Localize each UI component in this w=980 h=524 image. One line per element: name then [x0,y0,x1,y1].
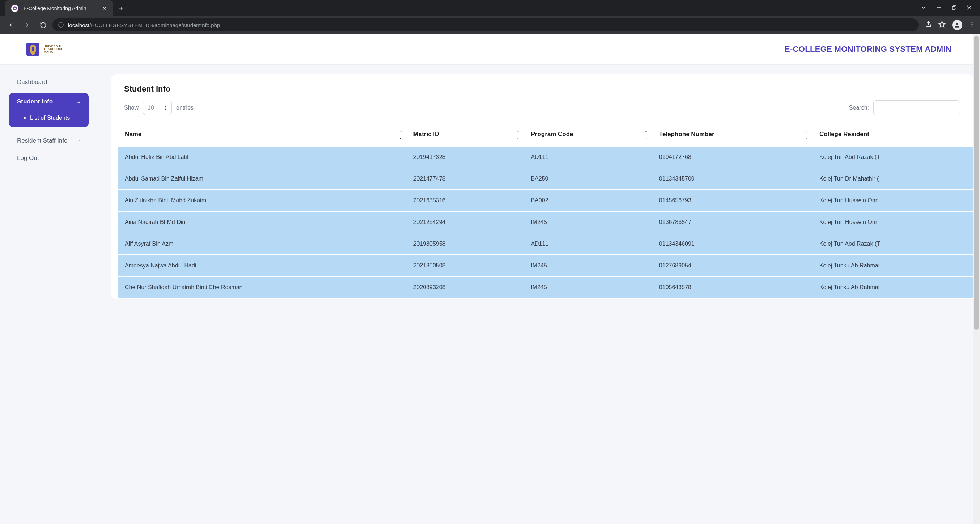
card-student-info: Student Info Show 10 ▲▼ entries [111,74,973,299]
forward-button[interactable] [21,18,33,32]
table-search: Search: [849,100,960,115]
sidebar-item-label: Dashboard [17,78,47,86]
cell-tel: 0145656793 [652,190,813,211]
cell-program: IM245 [524,277,652,298]
minimize-icon[interactable] [937,5,942,11]
site-info-icon[interactable]: ⓘ [58,22,64,29]
tab-favicon [11,5,18,12]
app-title: E-COLLEGE MONITORING SYSTEM ADMIN [785,45,951,54]
students-table: Name ⌃⌄ Matric ID ⌃⌄ Program [118,125,973,299]
table-row[interactable]: Ain Zulaikha Binti Mohd Zukaimi202163531… [118,190,973,211]
tab-title: E-College Monitoring Admin [24,5,97,11]
cell-name: Aina Nadirah Bt Md Din [118,211,407,233]
logo-text: UNIVERSITI TEKNOLOGI MARA [44,45,62,54]
share-icon[interactable] [925,21,932,29]
page-length-select[interactable]: 10 ▲▼ [143,100,172,115]
profile-avatar[interactable] [952,20,962,30]
bookmark-star-icon[interactable] [939,21,946,29]
cell-college: Kolej Tun Hussein Onn [813,190,973,211]
table-row[interactable]: Ameesya Najwa Abdul Hadi2021860508IM2450… [118,255,973,277]
back-button[interactable] [5,18,18,32]
cell-name: Abdul Samad Bin Zaiful Hizam [118,168,407,190]
col-header-name[interactable]: Name ⌃⌄ [118,125,407,147]
cell-matric: 2021264294 [407,211,525,233]
cell-tel: 01134346091 [652,233,813,255]
table-wrapper: Name ⌃⌄ Matric ID ⌃⌄ Program [111,125,973,299]
cell-college: Kolej Tun Dr Mahathir ( [813,168,973,190]
titlebar: E-College Monitoring Admin ✕ + [0,0,980,16]
close-window-icon[interactable] [967,5,972,11]
cell-name: Alif Asyraf Bin Azmi [118,233,407,255]
address-bar[interactable]: ⓘ localhost/ECOLLEGESYSTEM_DB/adminpage/… [52,18,918,32]
new-tab-button[interactable]: + [119,4,123,13]
cell-program: IM245 [524,255,652,277]
chevron-down-icon: ⌄ [77,99,81,105]
page-title: Student Info [111,84,973,100]
cell-name: Ameesya Najwa Abdul Hadi [118,255,407,277]
cell-college: Kolej Tun Hussein Onn [813,211,973,233]
kebab-menu-icon[interactable] [969,21,975,29]
sidebar-subitem-list-of-students[interactable]: List of Students [9,110,89,127]
sort-icon: ⌃⌄ [805,131,808,139]
main-content: Student Info Show 10 ▲▼ entries [102,65,973,524]
page-length-value: 10 [148,105,154,111]
chevron-right-icon: › [79,138,81,144]
sort-icon: ⌃⌄ [645,131,648,139]
table-row[interactable]: Abdul Samad Bin Zaiful Hizam2021477478BA… [118,168,973,190]
col-header-program[interactable]: Program Code ⌃⌄ [524,125,652,147]
browser-tab[interactable]: E-College Monitoring Admin ✕ [5,0,113,16]
sidebar-item-dashboard[interactable]: Dashboard [9,73,89,91]
cell-college: Kolej Tun Abd Razak (T [813,147,973,168]
svg-point-8 [956,23,958,25]
cell-college: Kolej Tunku Ab Rahmai [813,277,973,298]
sidebar-item-logout[interactable]: Log Out [9,150,89,167]
scrollbar[interactable] [973,33,980,524]
cell-tel: 01134345700 [652,168,813,190]
svg-point-9 [972,22,973,23]
sidebar-item-label: Resident Staff Info [17,137,68,144]
table-controls: Show 10 ▲▼ entries Search: [111,100,973,125]
sidebar-item-student-info[interactable]: Student Info ⌄ [9,93,89,110]
table-row[interactable]: Aina Nadirah Bt Md Din2021264294IM245013… [118,211,973,233]
bullet-icon [24,117,26,119]
cell-program: AD111 [524,233,652,255]
svg-point-10 [972,24,973,25]
table-row[interactable]: Alif Asyraf Bin Azmi2019805958AD11101134… [118,233,973,255]
maximize-icon[interactable] [952,5,956,11]
app-header: UNIVERSITI TEKNOLOGI MARA E-COLLEGE MONI… [0,33,973,65]
cell-matric: 2021635316 [407,190,525,211]
sidebar-group-student-info: Student Info ⌄ List of Students [9,93,89,127]
cell-tel: 0194172768 [652,147,813,168]
chevron-down-icon[interactable] [921,5,926,12]
sort-icon: ⌃⌄ [516,131,519,139]
search-input[interactable] [873,100,960,115]
sidebar-item-resident-staff[interactable]: Resident Staff Info › [9,132,89,150]
search-label: Search: [849,105,869,111]
svg-marker-7 [939,21,945,27]
reload-button[interactable] [37,18,49,32]
cell-program: AD111 [524,147,652,168]
cell-tel: 0136786547 [652,211,813,233]
table-row[interactable]: Che Nur Shafiqah Umairah Binti Che Rosma… [118,277,973,298]
sidebar-item-label: Log Out [17,154,39,162]
cell-name: Che Nur Shafiqah Umairah Binti Che Rosma… [118,277,407,298]
sort-icon: ⌃⌄ [399,131,402,139]
cell-matric: 2021860508 [407,255,525,277]
close-tab-icon[interactable]: ✕ [102,5,107,11]
cell-program: BA250 [524,168,652,190]
spinner-icon: ▲▼ [164,105,167,111]
browser-window: E-College Monitoring Admin ✕ + ⓘ localho… [0,0,980,524]
show-label: Show [124,105,138,111]
sidebar-item-label: Student Info [17,98,53,105]
scrollbar-thumb[interactable] [974,36,979,330]
col-header-matric[interactable]: Matric ID ⌃⌄ [407,125,525,147]
page-length-control: Show 10 ▲▼ entries [124,100,194,115]
svg-rect-13 [32,47,34,51]
col-header-college[interactable]: College Resident [813,125,973,147]
col-header-tel[interactable]: Telephone Number ⌃⌄ [652,125,813,147]
cell-matric: 2021477478 [407,168,525,190]
cell-tel: 0127689054 [652,255,813,277]
table-row[interactable]: Abdul Hafiz Bin Abd Latif2019417328AD111… [118,147,973,168]
browser-toolbar: ⓘ localhost/ECOLLEGESYSTEM_DB/adminpage/… [0,16,980,33]
sidebar: Dashboard Student Info ⌄ List of Student… [0,65,102,524]
